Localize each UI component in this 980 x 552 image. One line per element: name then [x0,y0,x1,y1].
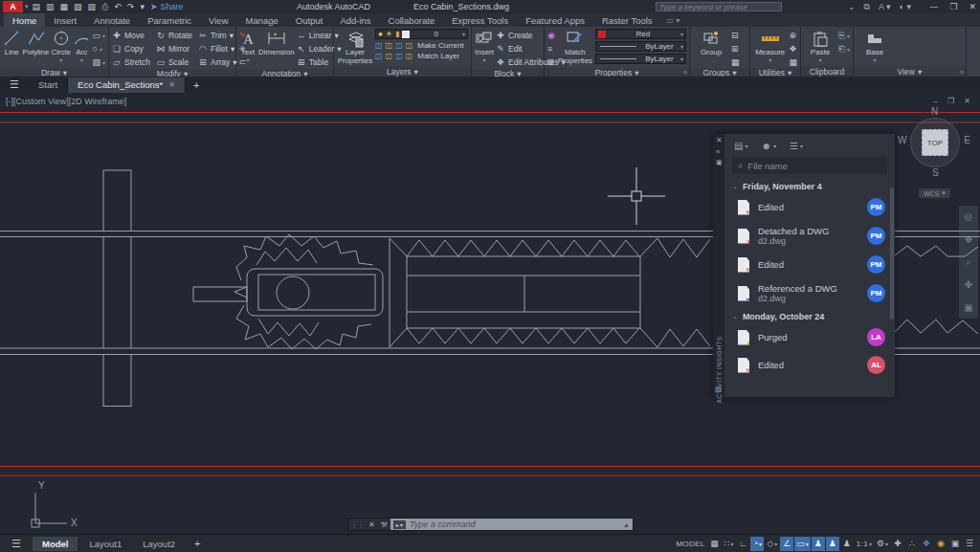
clean-screen-toggle[interactable]: ▣ [948,537,962,551]
make-current-button[interactable]: Make Current [417,41,463,50]
move-button[interactable]: ✚Move [112,29,150,42]
activity-scrollbar[interactable] [890,188,894,320]
grid-display-toggle[interactable]: ▦ [707,537,721,551]
stretch-button[interactable]: ▱Stretch [112,55,150,69]
layer-state-icon[interactable]: ◫ [406,41,413,50]
command-expand-icon[interactable]: ▲ [623,521,630,528]
minimize-button[interactable]: — [929,2,938,11]
fillet-button[interactable]: ◠Fillet▾ [198,42,237,55]
viewcube-east[interactable]: E [964,135,970,145]
cut-icon[interactable]: ⎗▾ [838,43,850,55]
annotation-visibility-toggle[interactable]: ♟ [812,537,825,551]
layer-state-icon[interactable]: ◫ [406,52,413,60]
steering-wheel-icon[interactable]: ◎ [965,211,973,222]
showmotion-icon[interactable]: ▣ [964,302,972,313]
layer-state-icon[interactable]: ◫ [395,52,403,60]
linetype-combo[interactable]: ByLayer▾ [595,54,686,64]
ortho-toggle[interactable]: ∟ [736,537,749,551]
layout-tabs-menu-icon[interactable]: ☰ [0,538,33,550]
command-line-dock[interactable]: ⋮⋮ ✕ ⚒ ▸▾ Type a command ▲ [347,518,634,531]
ribbon-tab-collaborate[interactable]: Collaborate [380,13,444,27]
ribbon-tab-output[interactable]: Output [287,13,332,27]
layer-state-icon[interactable]: ◫ [386,52,393,60]
layer-properties-button[interactable]: Layer Properties [337,29,373,65]
match-layer-button[interactable]: Match Layer [417,52,459,60]
command-drag-handle[interactable]: ⋮⋮ [348,520,366,529]
dropdown-caret-icon[interactable]: ⌄ [848,2,856,11]
ribbon-tab-view[interactable]: View [200,13,236,27]
object-color-combo[interactable]: Red▾ [595,29,686,39]
scale-button[interactable]: ▭Scale [156,55,192,69]
viewport-controls-label[interactable]: [-][Custom View][2D Wireframe] [6,97,126,106]
lineweight-combo[interactable]: ByLayer▾ [595,41,686,52]
circle-button[interactable]: Circle▾ [52,29,71,63]
quick-select-icon[interactable]: ❖ [789,43,797,55]
object-snap-toggle[interactable]: ∠ [780,537,793,551]
insert-button[interactable]: Insert▾ [475,29,494,63]
ribbon-tab-express-tools[interactable]: Express Tools [443,13,517,27]
palette-properties-icon[interactable]: ▣ [716,159,723,166]
activity-date-header[interactable]: ⌄Friday, November 4 [724,178,895,193]
id-point-icon[interactable]: ⊕ [789,30,797,41]
file-tab-eco-cabin-sections-[interactable]: Eco Cabin_Sections*✕ [68,77,186,93]
panel-label-layers[interactable]: Layers▾ [334,66,471,77]
panel-label-clipboard[interactable]: Clipboard [801,66,853,77]
autodesk-a-icon[interactable]: A ▾ [879,2,891,11]
activity-search-field[interactable]: ⌕ File name [732,157,887,174]
line-button[interactable]: Line [3,29,21,56]
text-button[interactable]: AText▾ [239,29,256,63]
cart-icon[interactable]: ⧉ [864,2,870,12]
file-tab-start[interactable]: Start [29,77,68,93]
close-button[interactable]: ✕ [969,2,976,11]
navigation-bar[interactable]: ◎✥⌕✤▣ [959,206,978,319]
group-edit-icon[interactable]: ⊞ [731,43,740,55]
rotate-button[interactable]: ↻Rotate [156,29,192,42]
activity-item[interactable]: ✎EditedPM [724,193,895,221]
orbit-icon[interactable]: ✤ [965,279,972,290]
graphics-performance[interactable]: ❖ [920,537,933,551]
layer-state-icon[interactable]: ◫ [375,52,383,60]
ribbon-tab-parametric[interactable]: Parametric [139,13,200,27]
palette-autohide-icon[interactable]: « [716,147,720,156]
customization-menu[interactable]: ☰ [963,537,976,551]
activity-date-header[interactable]: ⌄Monday, October 24 [724,308,895,323]
annotation-scale-person[interactable]: ♟ [840,537,854,551]
activity-item[interactable]: ✦PurgedLA [724,323,895,351]
linetype-icon[interactable]: ≣ [547,56,555,68]
redo-icon[interactable]: ▾ [140,2,145,11]
measure-button[interactable]: Measure▾ [753,29,787,63]
list-view-icon[interactable]: ☰▾ [790,141,803,151]
copy-clip-icon[interactable]: ⎘▾ [838,30,850,41]
restore-button[interactable]: ❐ [949,2,957,11]
group-select-icon[interactable]: ▦ [731,56,740,68]
save-icon[interactable]: ▦ [60,2,69,11]
file-tabs-menu-icon[interactable]: ☰ [0,78,29,93]
panel-label-view[interactable]: View▾» [854,66,966,77]
viewcube-north[interactable]: N [931,106,938,117]
viewcube-top-face[interactable]: TOP [922,129,948,156]
new-drawing-button[interactable]: + [193,79,199,93]
ribbon-tab-raster-tools[interactable]: Raster Tools [593,13,661,27]
print-icon[interactable]: ↶ [114,2,122,11]
rectangle-icon[interactable]: ▭▾ [92,30,105,41]
layer-state-icon[interactable]: ◫ [375,41,383,50]
base-button[interactable]: Base▾ [857,29,893,63]
isodraft-toggle[interactable]: ◇▾ [765,537,779,551]
polyline-button[interactable]: Polyline [23,29,50,56]
activity-item[interactable]: ✎EditedAL [724,351,895,379]
activity-item[interactable]: ✎EditedPM [724,251,895,278]
layout-tab-layout2[interactable]: Layout2 [133,537,185,551]
ribbon-tab-insert[interactable]: Insert [45,13,85,27]
viewport-window-buttons[interactable]: – ❐ ✕ [933,97,974,105]
help-search-input[interactable]: Type a keyword or phrase [656,2,782,11]
annotation-monitor[interactable]: ✚ [891,537,904,551]
trim-button[interactable]: ✂Trim▾ [198,29,237,42]
layer-state-icon[interactable]: ◫ [395,41,403,50]
save-as-icon[interactable]: ▧ [74,2,82,11]
ungroup-icon[interactable]: ⊟ [731,30,740,41]
color-wheel-icon[interactable]: ◉ [547,30,555,41]
command-customize-icon[interactable]: ⚒ [378,520,390,529]
trusted-autoload[interactable]: ◉ [934,537,947,551]
layer-select-combo[interactable]: ●☀▮0▾ [375,29,468,39]
activity-item[interactable]: ✒Referenced a DWGd2.dwgPM [724,278,895,308]
